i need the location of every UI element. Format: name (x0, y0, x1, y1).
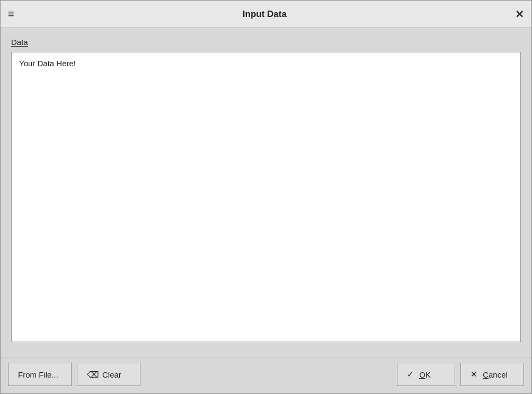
close-button[interactable]: ✕ (515, 8, 524, 21)
ok-label: OK (417, 370, 431, 379)
dialog-body: Data Your Data Here! (1, 28, 531, 357)
menu-icon[interactable]: ≡ (8, 8, 14, 20)
cancel-label: Cancel (481, 370, 508, 379)
x-icon: ✕ (471, 370, 477, 379)
ok-button[interactable]: ✓ OK (397, 363, 455, 386)
data-label: Data (11, 38, 521, 47)
textarea-wrapper: Your Data Here! (11, 52, 521, 342)
footer-right: ✓ OK ✕ Cancel (397, 363, 524, 386)
clear-button[interactable]: ⌫ Clear (77, 363, 140, 386)
cancel-button[interactable]: ✕ Cancel (460, 363, 524, 386)
backspace-icon: ⌫ (87, 370, 99, 380)
data-label-text: Data (11, 38, 28, 47)
clear-label: Clear (102, 370, 121, 379)
titlebar: ≡ Input Data ✕ (1, 1, 531, 28)
input-data-dialog: ≡ Input Data ✕ Data Your Data Here! From… (0, 0, 532, 394)
dialog-title: Input Data (14, 9, 515, 20)
footer-left: From File... ⌫ Clear (8, 363, 392, 386)
from-file-button[interactable]: From File... (8, 363, 72, 386)
data-textarea[interactable]: Your Data Here! (12, 52, 520, 342)
dialog-footer: From File... ⌫ Clear ✓ OK ✕ Cancel (1, 357, 531, 393)
from-file-label: From File... (18, 370, 58, 379)
check-icon: ✓ (407, 370, 414, 379)
